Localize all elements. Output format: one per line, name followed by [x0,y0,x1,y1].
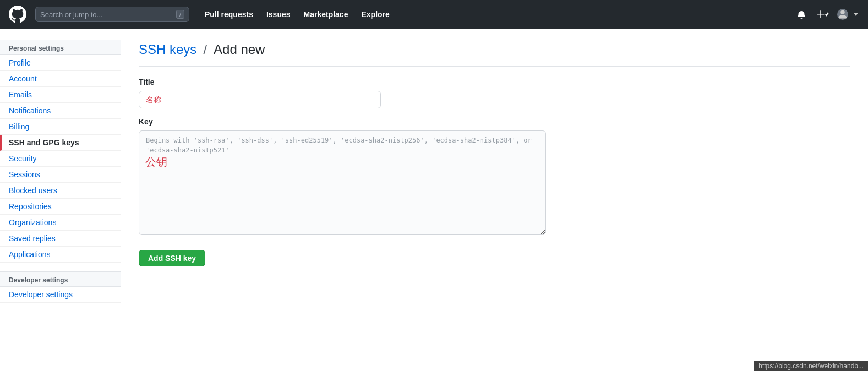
user-menu-chevron[interactable] [853,13,859,16]
key-label: Key [139,117,850,126]
sidebar: Personal settings Profile Account Emails… [0,29,121,371]
nav-issues[interactable]: Issues [260,6,297,23]
nav-bar: / Pull requests Issues Marketplace Explo… [0,0,868,29]
sidebar-item-organizations[interactable]: Organizations [0,215,121,231]
search-input[interactable] [40,10,161,19]
heading-separator: / [203,42,207,57]
sidebar-item-saved-replies[interactable]: Saved replies [0,231,121,247]
sidebar-item-security[interactable]: Security [0,151,121,167]
sidebar-item-ssh-gpg-keys[interactable]: SSH and GPG keys [0,135,121,151]
sidebar-item-repositories[interactable]: Repositories [0,199,121,215]
sidebar-item-developer-settings[interactable]: Developer settings [0,287,121,303]
sidebar-item-notifications[interactable]: Notifications [0,103,121,119]
title-form-group: Title [139,78,850,108]
sidebar-item-emails[interactable]: Emails [0,87,121,103]
main-content: SSH keys / Add new Title Key 公钥 Add SSH … [121,29,868,371]
user-avatar[interactable] [837,9,848,20]
sidebar-section-label-developer: Developer settings [0,271,121,287]
sidebar-item-billing[interactable]: Billing [0,119,121,135]
key-form-group: Key 公钥 [139,117,850,237]
github-logo[interactable] [9,6,26,23]
sidebar-item-profile[interactable]: Profile [0,55,121,71]
status-bar: https://blog.csdn.net/weixin/handb... [754,361,868,371]
nav-pull-requests[interactable]: Pull requests [198,6,260,23]
notifications-button[interactable] [794,8,809,21]
add-ssh-key-button[interactable]: Add SSH key [139,250,205,266]
nav-marketplace[interactable]: Marketplace [297,6,355,23]
sidebar-item-blocked-users[interactable]: Blocked users [0,183,121,199]
page-heading: SSH keys / Add new [139,42,850,67]
sidebar-item-account[interactable]: Account [0,71,121,87]
search-slash-icon: / [176,10,184,19]
sidebar-section-label-personal: Personal settings [0,40,121,55]
ssh-keys-link[interactable]: SSH keys [139,42,196,57]
sidebar-item-applications[interactable]: Applications [0,247,121,263]
new-item-button[interactable] [814,8,833,20]
nav-links: Pull requests Issues Marketplace Explore [198,6,794,23]
nav-explore[interactable]: Explore [354,6,396,23]
nav-right [794,8,859,21]
heading-add-new: Add new [214,42,265,57]
global-search[interactable]: / [35,7,189,22]
title-label: Title [139,78,850,86]
page-layout: Personal settings Profile Account Emails… [0,29,868,371]
title-input[interactable] [139,91,381,108]
key-textarea[interactable] [139,130,546,235]
sidebar-item-sessions[interactable]: Sessions [0,167,121,183]
